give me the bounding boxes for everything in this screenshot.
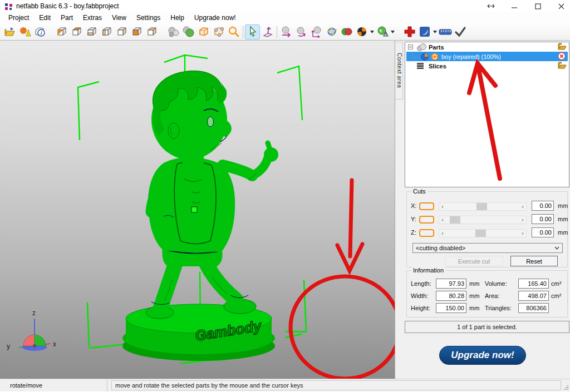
part-icon — [421, 52, 429, 61]
view-cube-front-diagonal-icon[interactable] — [54, 24, 69, 39]
cut-z-slider-thumb[interactable] — [475, 230, 486, 237]
information-title: Information — [411, 267, 445, 274]
view-cube-bottom-icon[interactable] — [84, 24, 99, 39]
cut-sphere-dropdown-icon[interactable] — [369, 24, 375, 39]
tree-row-slices[interactable]: Slices — [405, 61, 569, 71]
close-icon[interactable] — [556, 1, 567, 11]
tree-row-parts[interactable]: Parts — [405, 42, 569, 52]
view-cube-left-icon[interactable] — [99, 24, 114, 39]
slices-label: Slices — [429, 63, 446, 70]
cutting-mode-dropdown[interactable]: <cutting disabled> — [412, 243, 563, 253]
height-unit: mm — [469, 305, 479, 311]
axis-x-label: x — [53, 340, 56, 348]
cut-y-slider[interactable]: ‹ › — [439, 216, 527, 224]
model-figurine[interactable] — [146, 71, 278, 319]
measure-icon[interactable] — [438, 24, 453, 39]
menu-settings[interactable]: Settings — [131, 13, 165, 23]
status-hint: move and rotate the selected parts by th… — [111, 380, 561, 390]
move-part-icon[interactable] — [279, 24, 294, 39]
slider-right-arrow-icon[interactable]: › — [519, 216, 526, 224]
slice-view-dropdown-icon[interactable] — [432, 24, 438, 39]
menu-view[interactable]: View — [107, 13, 131, 23]
slider-right-arrow-icon[interactable]: › — [519, 230, 526, 237]
zoom-icon[interactable] — [226, 24, 241, 39]
menu-edit[interactable]: Edit — [34, 13, 56, 23]
view-cube-right-icon[interactable] — [114, 24, 129, 39]
analysis-icon[interactable]: €! — [375, 24, 390, 39]
slider-right-arrow-icon[interactable]: › — [519, 203, 526, 210]
upgrade-now-button[interactable]: Upgrade now! — [439, 346, 526, 365]
slices-folder-icon[interactable] — [558, 62, 567, 70]
points-on-cube-icon[interactable] — [211, 24, 226, 39]
menu-part[interactable]: Part — [56, 13, 78, 23]
tree-row-boy-part[interactable]: boy (repaired) (100%) — [406, 52, 568, 61]
cut-x-slider[interactable]: ‹ › — [439, 202, 527, 211]
cut-y-toggle-button[interactable] — [419, 216, 434, 224]
menu-extras[interactable]: Extras — [78, 13, 107, 23]
area-label: Area: — [485, 292, 499, 299]
context-area-tab[interactable]: Context area — [395, 42, 403, 100]
surface-select-icon[interactable] — [324, 24, 339, 39]
cut-z-toggle-button[interactable] — [419, 229, 434, 237]
menu-upgrade-now[interactable]: Upgrade now! — [189, 13, 241, 23]
add-part-icon[interactable] — [17, 24, 32, 39]
slider-left-arrow-icon[interactable]: ‹ — [439, 216, 446, 224]
cut-row-z: Z: ‹ › mm — [407, 227, 568, 239]
shaded-spheres-icon[interactable] — [166, 24, 181, 39]
highlight-sphere-icon[interactable] — [181, 24, 196, 39]
cut-y-value-input[interactable] — [532, 214, 554, 224]
slider-left-arrow-icon[interactable]: ‹ — [439, 230, 446, 237]
bounding-box-icon[interactable] — [196, 24, 211, 39]
parts-folder-icon[interactable] — [558, 43, 567, 51]
cuts-title: Cuts — [411, 188, 428, 195]
window-title: netfabb Basic 6.3 - boy.fabbproject — [16, 2, 119, 10]
collision-detection-icon[interactable] — [339, 24, 354, 39]
view-cube-front-icon[interactable] — [129, 24, 144, 39]
cut-x-slider-thumb[interactable] — [476, 203, 487, 210]
scale-part-icon[interactable] — [309, 24, 324, 39]
width-label: Width: — [411, 292, 428, 299]
execute-cut-button[interactable]: Execute cut — [445, 256, 503, 266]
3d-viewport[interactable]: Gambody — [0, 41, 395, 379]
model-base: Gambody — [122, 304, 275, 361]
reset-button[interactable]: Reset — [510, 256, 558, 266]
view-cube-top-icon[interactable] — [69, 24, 84, 39]
slider-left-arrow-icon[interactable]: ‹ — [439, 203, 446, 210]
view-cube-back-icon[interactable] — [144, 24, 159, 39]
select-arrow-icon[interactable] — [245, 24, 260, 39]
part-info-icon[interactable]: i — [32, 24, 47, 39]
minimize-icon[interactable] — [509, 1, 520, 11]
cut-z-value-input[interactable] — [532, 227, 554, 237]
slice-view-icon[interactable] — [417, 24, 432, 39]
cut-x-value-input[interactable] — [532, 201, 554, 211]
resize-horizontal-icon[interactable] — [485, 1, 497, 11]
repair-icon[interactable] — [402, 24, 417, 39]
model-handle[interactable] — [191, 207, 197, 212]
rotate-part-icon[interactable] — [294, 24, 309, 39]
cut-z-slider[interactable]: ‹ › — [439, 229, 527, 237]
collapse-icon[interactable] — [408, 44, 413, 49]
area-unit: cm² — [551, 292, 561, 299]
open-project-icon[interactable] — [2, 24, 17, 39]
menu-help[interactable]: Help — [165, 13, 189, 23]
menu-bar: Project Edit Part Extras View Settings H… — [0, 12, 570, 23]
remove-part-icon[interactable] — [558, 52, 566, 61]
length-value: 97.93 — [436, 279, 466, 289]
information-group: Information Length: 97.93 mm Volume: 165… — [406, 270, 568, 317]
cut-y-unit: mm — [558, 216, 568, 222]
volume-value: 165.40 — [518, 279, 549, 289]
cut-x-unit: mm — [558, 202, 568, 209]
cut-x-toggle-button[interactable] — [419, 202, 434, 210]
triangles-label: Triangles: — [485, 305, 512, 311]
svg-text:€: € — [380, 28, 382, 33]
rotate-view-icon[interactable] — [260, 24, 275, 39]
parts-icon — [416, 43, 426, 52]
red-arrow-down — [350, 180, 352, 256]
resize-grip-icon[interactable] — [563, 385, 569, 390]
cut-y-slider-thumb[interactable] — [450, 216, 460, 224]
maximize-icon[interactable] — [532, 1, 543, 11]
cut-sphere-icon[interactable] — [354, 24, 369, 39]
menu-project[interactable]: Project — [3, 13, 34, 23]
apply-icon[interactable] — [453, 24, 468, 39]
analysis-dropdown-icon[interactable] — [390, 24, 395, 39]
